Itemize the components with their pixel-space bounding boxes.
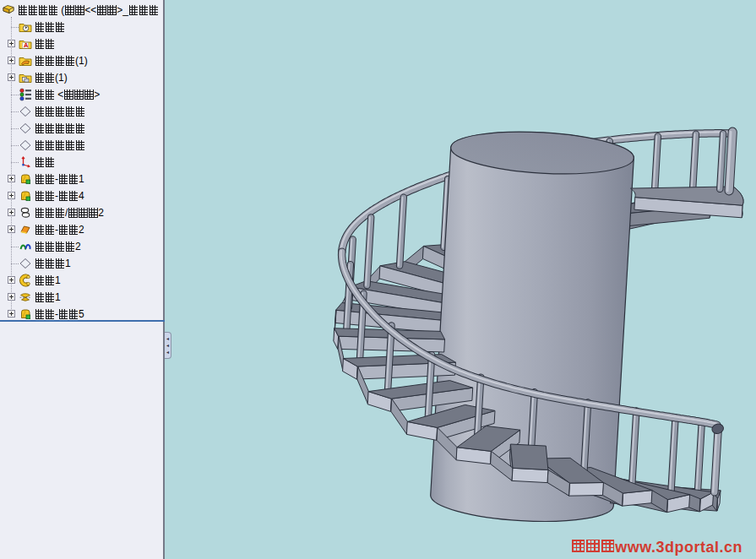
svg-text:A: A xyxy=(24,41,29,49)
